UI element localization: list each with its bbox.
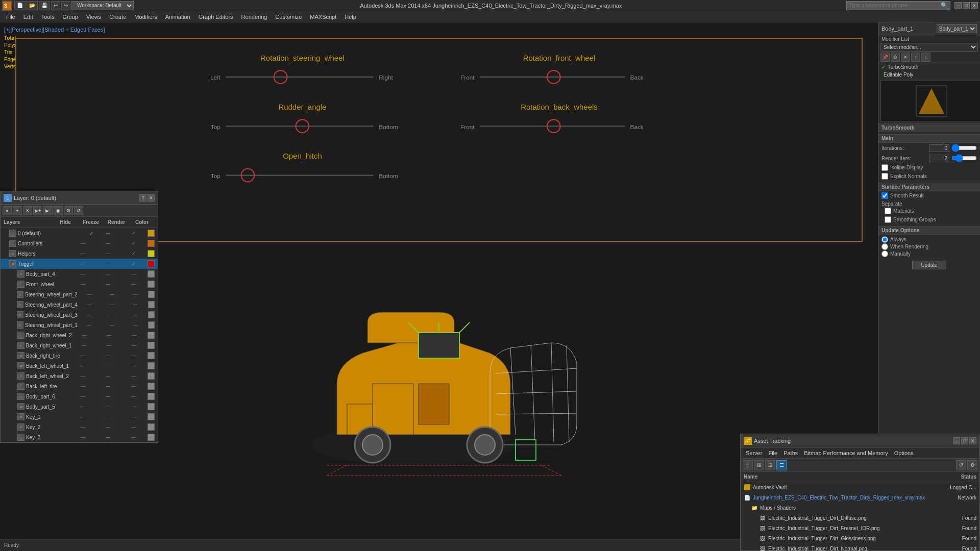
redo-button[interactable]: ↪	[61, 1, 70, 10]
layer-color-box[interactable]	[148, 423, 155, 431]
layer-color-box[interactable]	[148, 413, 155, 420]
menuitem-maxscript[interactable]: MAXScript	[306, 13, 340, 21]
layer-color-box[interactable]	[148, 362, 155, 369]
at-maximize-button[interactable]: □	[961, 437, 968, 444]
at-item-vault[interactable]: Autodesk VaultLogged C...	[741, 482, 979, 492]
layers-help-button[interactable]: ?	[139, 194, 146, 202]
layer-item-back_right_wheel_1[interactable]: =Back_right_wheel_1———	[1, 340, 158, 350]
layers-add-object-button[interactable]: ▶+	[33, 206, 42, 215]
search-input[interactable]	[849, 3, 941, 8]
layer-color-box[interactable]	[148, 383, 155, 390]
layer-color-box[interactable]	[148, 270, 155, 278]
close-button[interactable]: ✕	[971, 2, 978, 9]
mod-pin-button[interactable]: 📌	[880, 53, 890, 62]
render-iters-slider[interactable]	[951, 154, 977, 162]
maximize-button[interactable]: □	[963, 2, 970, 9]
layer-item-default[interactable]: =0 (default)✓—✓	[1, 228, 158, 238]
at-item-diffuse[interactable]: 🖼Electric_Industrial_Tugger_Dirt_Diffuse…	[741, 513, 979, 523]
layer-item-front_wheel[interactable]: =Front_wheel———	[1, 279, 158, 289]
update-button[interactable]: Update	[912, 261, 946, 269]
layer-color-box[interactable]	[148, 393, 155, 400]
layer-color-box[interactable]	[148, 403, 155, 410]
layer-color-box[interactable]	[148, 291, 155, 298]
iterations-input[interactable]	[929, 144, 949, 152]
layer-color-box[interactable]	[148, 311, 155, 318]
layer-item-back_right_tire[interactable]: =Back_right_tire———	[1, 350, 158, 361]
at-settings-button[interactable]: ⚙	[967, 460, 977, 470]
layer-item-steering_wheel_part_4[interactable]: =Steering_wheel_part_4———	[1, 299, 158, 310]
layer-color-box[interactable]	[148, 260, 155, 267]
layer-item-steering_wheel_part_3[interactable]: =Steering_wheel_part_3———	[1, 310, 158, 320]
layer-color-box[interactable]	[148, 434, 155, 441]
manually-radio[interactable]	[881, 251, 888, 257]
menuitem-graph-editors[interactable]: Graph Editors	[194, 13, 237, 21]
at-menu-bitmap-performance-and-memory[interactable]: Bitmap Performance and Memory	[801, 449, 891, 457]
workspace-selector[interactable]: Workspace: Default	[71, 1, 134, 10]
layer-item-tugger[interactable]: =Tugger——✓	[1, 259, 158, 269]
when-rendering-radio[interactable]	[881, 243, 888, 250]
render-iters-input[interactable]	[929, 155, 949, 162]
undo-button[interactable]: ↩	[51, 1, 60, 10]
layer-color-box[interactable]	[148, 372, 155, 380]
modifier-entry-turbosmooth[interactable]: ✓TurboSmooth	[878, 63, 980, 71]
explicit-normals-checkbox[interactable]	[881, 173, 888, 180]
isoline-checkbox[interactable]	[881, 164, 888, 171]
menuitem-modifiers[interactable]: Modifiers	[130, 13, 161, 21]
layer-color-box[interactable]	[148, 250, 155, 257]
layers-delete-button[interactable]: ✕	[23, 206, 32, 215]
layer-color-box[interactable]	[148, 281, 155, 288]
layer-item-helpers[interactable]: =Helpers——✓	[1, 248, 158, 259]
at-minimize-button[interactable]: ─	[953, 437, 960, 444]
layers-settings-button[interactable]: ⚙	[64, 206, 73, 215]
at-menu-file[interactable]: File	[765, 449, 780, 457]
at-detail-view-button[interactable]: ☰	[776, 460, 787, 470]
layer-color-box[interactable]	[148, 240, 155, 247]
at-item-glossiness[interactable]: 🖼Electric_Industrial_Tugger_Dirt_Glossin…	[741, 533, 979, 543]
layer-color-box[interactable]	[148, 332, 155, 339]
at-item-fresnel[interactable]: 🖼Electric_Industrial_Tugger_Dirt_Fresnel…	[741, 523, 979, 533]
layer-item-back_left_wheel_2[interactable]: =Back_left_wheel_2———	[1, 371, 158, 381]
layer-color-box[interactable]	[148, 352, 155, 359]
layer-color-box[interactable]	[148, 301, 155, 308]
iterations-slider[interactable]	[951, 144, 977, 152]
always-radio[interactable]	[881, 236, 888, 243]
at-grid-view-button[interactable]: ⊟	[765, 460, 775, 470]
at-item-normal[interactable]: 🖼Electric_Industrial_Tugger_Dirt_Normal.…	[741, 543, 979, 551]
mod-down-button[interactable]: ↓	[921, 53, 930, 62]
at-item-maps-folder[interactable]: 📁Maps / Shaders	[741, 503, 979, 513]
menuitem-tools[interactable]: Tools	[37, 13, 59, 21]
layers-add-button[interactable]: +	[13, 206, 22, 215]
menuitem-file[interactable]: File	[2, 13, 19, 21]
mod-delete-button[interactable]: ✕	[901, 53, 910, 62]
layer-item-body_part_4[interactable]: =Body_part_4———	[1, 269, 158, 279]
layer-item-steering_wheel_part_1[interactable]: =Steering_wheel_part_1———	[1, 320, 158, 330]
at-close-button[interactable]: ✕	[969, 437, 976, 444]
at-refresh-button[interactable]: ↺	[956, 460, 966, 470]
menuitem-animation[interactable]: Animation	[161, 13, 194, 21]
layer-color-box[interactable]	[148, 342, 155, 349]
smooth-result-checkbox[interactable]	[881, 192, 888, 199]
menuitem-group[interactable]: Group	[58, 13, 82, 21]
layer-item-body_part_5[interactable]: =Body_part_5———	[1, 402, 158, 412]
layer-item-key_2[interactable]: =Key_2———	[1, 422, 158, 432]
layer-item-body_part_6[interactable]: =Body_part_6———	[1, 391, 158, 402]
at-icon-view-button[interactable]: ⊞	[754, 460, 764, 470]
menuitem-edit[interactable]: Edit	[19, 13, 37, 21]
minimize-button[interactable]: ─	[954, 2, 962, 9]
mod-up-button[interactable]: ↑	[911, 53, 920, 62]
at-item-main-file[interactable]: 📄Jungheinrich_EZS_C40_Electric_Tow_Tract…	[741, 492, 979, 503]
menuitem-rendering[interactable]: Rendering	[237, 13, 272, 21]
menuitem-customize[interactable]: Customize	[271, 13, 306, 21]
at-menu-options[interactable]: Options	[891, 449, 917, 457]
layer-item-back_left_wheel_1[interactable]: =Back_left_wheel_1———	[1, 361, 158, 371]
smoothing-groups-checkbox[interactable]	[885, 216, 891, 223]
layers-active-button[interactable]: ●	[3, 206, 12, 215]
menuitem-help[interactable]: Help	[340, 13, 360, 21]
at-list-view-button[interactable]: ≡	[743, 460, 753, 470]
modifier-entry-editable-poly[interactable]: Editable Poly	[878, 71, 980, 79]
layers-remove-object-button[interactable]: ▶-	[43, 206, 53, 215]
layer-item-controllers[interactable]: =Controllers——✓	[1, 238, 158, 248]
layers-close-button[interactable]: ✕	[148, 194, 155, 202]
layer-item-back_right_wheel_2[interactable]: =Back_right_wheel_2———	[1, 330, 158, 340]
open-button[interactable]: 📂	[27, 1, 38, 10]
